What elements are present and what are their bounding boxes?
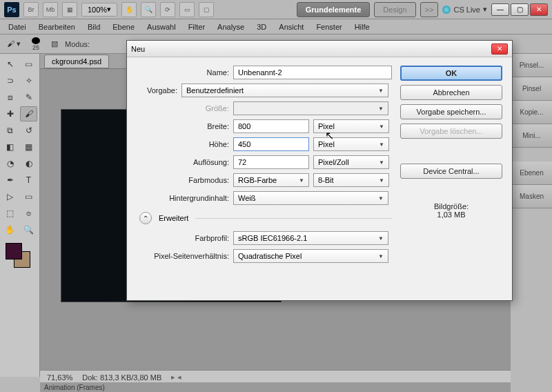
pen-tool[interactable]: ✒ — [1, 173, 19, 188]
width-unit-select[interactable]: Pixel▼ — [313, 119, 389, 133]
width-input[interactable] — [233, 119, 309, 133]
menu-ebene[interactable]: Ebene — [112, 23, 135, 31]
label-aufloesung: Auflösung: — [139, 158, 229, 166]
eraser-tool[interactable]: ◧ — [1, 139, 19, 155]
width-unit-value: Pixel — [318, 122, 335, 130]
hand-tool-button[interactable]: ✋ — [121, 2, 137, 17]
preset-value: Benutzerdefiniert — [186, 86, 244, 95]
zoom-level-select[interactable]: 100% ▾ — [81, 3, 117, 17]
menu-auswahl[interactable]: Auswahl — [147, 23, 176, 31]
panel-pinsel[interactable]: Pinsel — [511, 77, 552, 101]
fg-swatch[interactable] — [6, 243, 22, 259]
animation-panel-tab[interactable]: Animation (Frames) — [40, 382, 511, 392]
pixel-aspect-select[interactable]: Quadratische Pixel▼ — [233, 249, 388, 263]
marquee-tool[interactable]: ▭ — [20, 57, 37, 72]
arrange-button[interactable]: ▭ — [179, 2, 195, 17]
bridge-button[interactable]: Br — [23, 2, 39, 17]
label-name: Name: — [139, 68, 229, 77]
background-value: Weiß — [238, 194, 255, 202]
menu-bearbeiten[interactable]: Bearbeiten — [39, 23, 75, 31]
preset-select[interactable]: Benutzerdefiniert▼ — [181, 84, 388, 97]
tool-preset-picker[interactable]: 🖌 ▾ — [7, 39, 21, 48]
panel-ebenen[interactable]: Ebenen — [511, 161, 552, 185]
blur-tool[interactable]: ◔ — [1, 156, 19, 171]
type-tool[interactable]: T — [20, 173, 37, 188]
maximize-button[interactable]: ▢ — [511, 3, 529, 16]
panel-kopierquelle[interactable]: Kopie... — [511, 101, 552, 124]
dodge-tool[interactable]: ◐ — [20, 156, 37, 171]
lasso-tool[interactable]: ⊃ — [1, 73, 19, 88]
resolution-unit-select[interactable]: Pixel/Zoll▼ — [313, 155, 389, 169]
device-central-button[interactable]: Device Central... — [400, 164, 502, 179]
menu-ansicht[interactable]: Ansicht — [279, 23, 304, 31]
stamp-tool[interactable]: ⧉ — [1, 123, 19, 138]
extras-button[interactable]: ▦ — [62, 2, 77, 17]
path-select-tool[interactable]: ▷ — [1, 189, 19, 204]
image-size-value: 1,03 MB — [400, 210, 502, 219]
zoom-value: 100% — [88, 6, 107, 14]
move-tool[interactable]: ↖ — [1, 57, 19, 72]
brush-preset-picker[interactable]: 25 — [28, 37, 44, 51]
cancel-button[interactable]: Abbrechen — [400, 85, 502, 100]
menu-bild[interactable]: Bild — [88, 23, 100, 31]
menu-fenster[interactable]: Fenster — [316, 23, 342, 31]
gradient-tool[interactable]: ▦ — [20, 139, 37, 155]
workspace-pill-design[interactable]: Design — [374, 2, 415, 17]
app-logo-icon: Ps — [4, 2, 19, 17]
dialog-button-bar: OK Abbrechen Vorgabe speichern... Vorgab… — [400, 66, 502, 267]
menu-analyse[interactable]: Analyse — [217, 23, 244, 31]
name-input[interactable] — [233, 66, 392, 79]
crop-tool[interactable]: ⧈ — [1, 90, 19, 105]
zoom-tool[interactable]: 🔍 — [20, 222, 37, 237]
panel-minibridge[interactable]: Mini... — [511, 124, 552, 148]
brush-tool[interactable]: 🖌 — [20, 106, 37, 121]
resolution-input[interactable] — [233, 155, 309, 169]
label-hoehe: Höhe: — [139, 140, 229, 148]
workspace-more-button[interactable]: >> — [420, 2, 439, 17]
3d-tool[interactable]: ⬚ — [1, 206, 19, 221]
bitdepth-value: 8-Bit — [318, 176, 334, 184]
background-select[interactable]: Weiß▼ — [233, 191, 388, 205]
camera-tool[interactable]: ⌾ — [20, 206, 37, 221]
brush-size-label: 25 — [32, 44, 39, 51]
menu-3d[interactable]: 3D — [257, 23, 266, 31]
hand-tool[interactable]: ✋ — [1, 222, 19, 237]
dialog-titlebar[interactable]: Neu ✕ — [127, 41, 512, 57]
panel-masken[interactable]: Masken — [511, 185, 552, 208]
colormode-select[interactable]: RGB-Farbe▼ — [233, 173, 309, 187]
brush-panel-toggle[interactable]: ▧ — [51, 39, 58, 48]
menu-filter[interactable]: Filter — [188, 23, 205, 31]
colorprofile-value: sRGB IEC61966-2.1 — [238, 234, 307, 242]
magic-wand-tool[interactable]: ✧ — [20, 73, 37, 88]
colorprofile-select[interactable]: sRGB IEC61966-2.1▼ — [233, 231, 388, 245]
rotate-view-button[interactable]: ⟳ — [160, 2, 175, 17]
ok-button[interactable]: OK — [400, 66, 502, 81]
delete-preset-button: Vorgabe löschen... — [400, 124, 502, 139]
healing-tool[interactable]: ✚ — [1, 106, 19, 121]
minimize-button[interactable]: — — [491, 3, 509, 16]
close-button[interactable]: ✕ — [530, 3, 548, 16]
screen-mode-button[interactable]: ▢ — [199, 2, 214, 17]
status-zoom[interactable]: 71,63% — [47, 373, 72, 382]
dialog-close-button[interactable]: ✕ — [491, 43, 508, 55]
history-brush-tool[interactable]: ↺ — [20, 123, 37, 138]
height-unit-select[interactable]: Pixel▼ — [313, 137, 389, 151]
resolution-unit-value: Pixel/Zoll — [318, 158, 349, 166]
minibridge-button[interactable]: Mb — [43, 2, 58, 17]
workspace-pill-main[interactable]: Grundelemente — [297, 2, 371, 17]
height-input[interactable] — [233, 137, 309, 151]
status-doc[interactable]: Dok: 813,3 KB/3,80 MB — [82, 373, 161, 382]
save-preset-button[interactable]: Vorgabe speichern... — [400, 104, 502, 119]
shape-tool[interactable]: ▭ — [20, 189, 37, 204]
bitdepth-select[interactable]: 8-Bit▼ — [313, 173, 389, 187]
status-bar: 71,63% Dok: 813,3 KB/3,80 MB ▸ ◂ — [40, 370, 511, 384]
menu-datei[interactable]: Datei — [8, 23, 26, 31]
zoom-tool-button[interactable]: 🔍 — [141, 2, 156, 17]
panel-pinselvorgaben[interactable]: Pinsel... — [511, 54, 552, 77]
eyedropper-tool[interactable]: ✎ — [20, 90, 37, 105]
menu-hilfe[interactable]: Hilfe — [355, 23, 370, 31]
cslive-button[interactable]: CS Live ▾ — [442, 5, 487, 14]
color-swatches[interactable] — [6, 243, 30, 268]
advanced-toggle[interactable]: ⌃ — [139, 212, 152, 224]
document-tab[interactable]: ckground4.psd — [44, 55, 109, 68]
